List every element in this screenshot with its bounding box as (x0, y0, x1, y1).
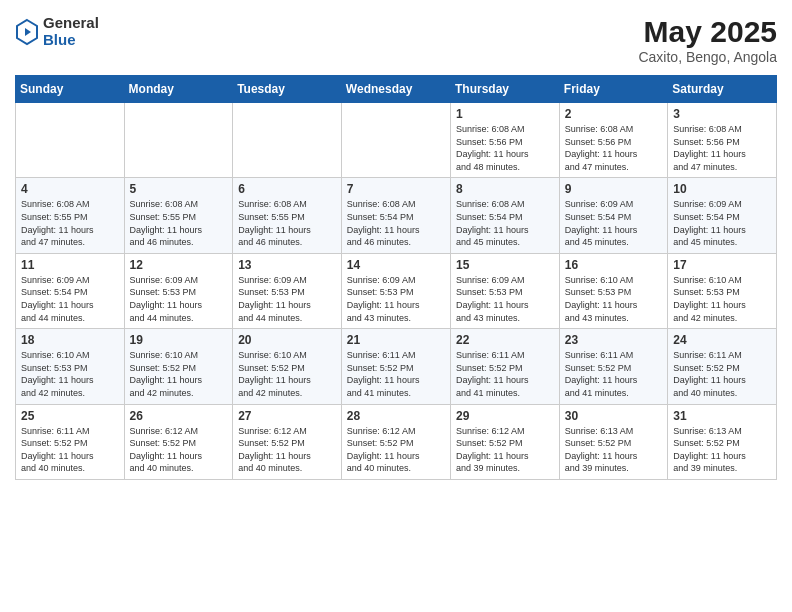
day-info: Sunrise: 6:12 AM Sunset: 5:52 PM Dayligh… (456, 425, 554, 475)
day-number: 3 (673, 107, 771, 121)
day-number: 28 (347, 409, 445, 423)
week-row-3: 11Sunrise: 6:09 AM Sunset: 5:54 PM Dayli… (16, 253, 777, 328)
header-sunday: Sunday (16, 76, 125, 103)
calendar-cell: 12Sunrise: 6:09 AM Sunset: 5:53 PM Dayli… (124, 253, 233, 328)
day-number: 20 (238, 333, 336, 347)
day-number: 1 (456, 107, 554, 121)
calendar-cell: 9Sunrise: 6:09 AM Sunset: 5:54 PM Daylig… (559, 178, 667, 253)
day-info: Sunrise: 6:11 AM Sunset: 5:52 PM Dayligh… (673, 349, 771, 399)
calendar-cell: 31Sunrise: 6:13 AM Sunset: 5:52 PM Dayli… (668, 404, 777, 479)
calendar-cell: 21Sunrise: 6:11 AM Sunset: 5:52 PM Dayli… (341, 329, 450, 404)
calendar-cell: 5Sunrise: 6:08 AM Sunset: 5:55 PM Daylig… (124, 178, 233, 253)
calendar-cell: 23Sunrise: 6:11 AM Sunset: 5:52 PM Dayli… (559, 329, 667, 404)
day-info: Sunrise: 6:11 AM Sunset: 5:52 PM Dayligh… (565, 349, 662, 399)
day-info: Sunrise: 6:11 AM Sunset: 5:52 PM Dayligh… (347, 349, 445, 399)
day-info: Sunrise: 6:11 AM Sunset: 5:52 PM Dayligh… (21, 425, 119, 475)
day-number: 13 (238, 258, 336, 272)
calendar-cell: 11Sunrise: 6:09 AM Sunset: 5:54 PM Dayli… (16, 253, 125, 328)
header-tuesday: Tuesday (233, 76, 342, 103)
calendar-cell: 4Sunrise: 6:08 AM Sunset: 5:55 PM Daylig… (16, 178, 125, 253)
day-number: 9 (565, 182, 662, 196)
day-info: Sunrise: 6:12 AM Sunset: 5:52 PM Dayligh… (347, 425, 445, 475)
day-number: 24 (673, 333, 771, 347)
day-info: Sunrise: 6:08 AM Sunset: 5:56 PM Dayligh… (565, 123, 662, 173)
day-info: Sunrise: 6:09 AM Sunset: 5:53 PM Dayligh… (347, 274, 445, 324)
day-number: 27 (238, 409, 336, 423)
day-number: 4 (21, 182, 119, 196)
logo: General Blue (15, 15, 99, 48)
day-number: 17 (673, 258, 771, 272)
day-info: Sunrise: 6:10 AM Sunset: 5:52 PM Dayligh… (130, 349, 228, 399)
day-number: 25 (21, 409, 119, 423)
day-number: 23 (565, 333, 662, 347)
day-info: Sunrise: 6:08 AM Sunset: 5:54 PM Dayligh… (456, 198, 554, 248)
calendar-cell: 30Sunrise: 6:13 AM Sunset: 5:52 PM Dayli… (559, 404, 667, 479)
calendar-cell: 15Sunrise: 6:09 AM Sunset: 5:53 PM Dayli… (450, 253, 559, 328)
day-info: Sunrise: 6:08 AM Sunset: 5:55 PM Dayligh… (21, 198, 119, 248)
page-header: General Blue May 2025 Caxito, Bengo, Ang… (15, 15, 777, 65)
weekday-header-row: Sunday Monday Tuesday Wednesday Thursday… (16, 76, 777, 103)
day-number: 10 (673, 182, 771, 196)
week-row-4: 18Sunrise: 6:10 AM Sunset: 5:53 PM Dayli… (16, 329, 777, 404)
header-friday: Friday (559, 76, 667, 103)
day-number: 21 (347, 333, 445, 347)
calendar-cell: 28Sunrise: 6:12 AM Sunset: 5:52 PM Dayli… (341, 404, 450, 479)
calendar-cell: 6Sunrise: 6:08 AM Sunset: 5:55 PM Daylig… (233, 178, 342, 253)
day-number: 11 (21, 258, 119, 272)
calendar-cell: 3Sunrise: 6:08 AM Sunset: 5:56 PM Daylig… (668, 103, 777, 178)
day-number: 30 (565, 409, 662, 423)
calendar-cell: 22Sunrise: 6:11 AM Sunset: 5:52 PM Dayli… (450, 329, 559, 404)
day-number: 15 (456, 258, 554, 272)
calendar-cell (124, 103, 233, 178)
calendar-cell (16, 103, 125, 178)
calendar-cell: 18Sunrise: 6:10 AM Sunset: 5:53 PM Dayli… (16, 329, 125, 404)
calendar-cell: 14Sunrise: 6:09 AM Sunset: 5:53 PM Dayli… (341, 253, 450, 328)
logo-blue-label: Blue (43, 32, 99, 49)
day-info: Sunrise: 6:09 AM Sunset: 5:53 PM Dayligh… (130, 274, 228, 324)
calendar-cell: 27Sunrise: 6:12 AM Sunset: 5:52 PM Dayli… (233, 404, 342, 479)
calendar-cell: 2Sunrise: 6:08 AM Sunset: 5:56 PM Daylig… (559, 103, 667, 178)
day-number: 19 (130, 333, 228, 347)
day-info: Sunrise: 6:13 AM Sunset: 5:52 PM Dayligh… (673, 425, 771, 475)
day-info: Sunrise: 6:10 AM Sunset: 5:53 PM Dayligh… (673, 274, 771, 324)
day-info: Sunrise: 6:08 AM Sunset: 5:56 PM Dayligh… (456, 123, 554, 173)
day-info: Sunrise: 6:10 AM Sunset: 5:53 PM Dayligh… (21, 349, 119, 399)
calendar-cell: 26Sunrise: 6:12 AM Sunset: 5:52 PM Dayli… (124, 404, 233, 479)
day-number: 5 (130, 182, 228, 196)
logo-general-label: General (43, 15, 99, 32)
day-info: Sunrise: 6:12 AM Sunset: 5:52 PM Dayligh… (130, 425, 228, 475)
day-info: Sunrise: 6:09 AM Sunset: 5:54 PM Dayligh… (21, 274, 119, 324)
calendar-table: Sunday Monday Tuesday Wednesday Thursday… (15, 75, 777, 480)
day-info: Sunrise: 6:08 AM Sunset: 5:56 PM Dayligh… (673, 123, 771, 173)
day-info: Sunrise: 6:09 AM Sunset: 5:54 PM Dayligh… (673, 198, 771, 248)
calendar-cell: 19Sunrise: 6:10 AM Sunset: 5:52 PM Dayli… (124, 329, 233, 404)
calendar-cell: 8Sunrise: 6:08 AM Sunset: 5:54 PM Daylig… (450, 178, 559, 253)
header-wednesday: Wednesday (341, 76, 450, 103)
location-label: Caxito, Bengo, Angola (638, 49, 777, 65)
day-number: 12 (130, 258, 228, 272)
day-number: 7 (347, 182, 445, 196)
calendar-cell: 10Sunrise: 6:09 AM Sunset: 5:54 PM Dayli… (668, 178, 777, 253)
logo-icon (15, 18, 39, 46)
calendar-cell: 20Sunrise: 6:10 AM Sunset: 5:52 PM Dayli… (233, 329, 342, 404)
calendar-cell: 24Sunrise: 6:11 AM Sunset: 5:52 PM Dayli… (668, 329, 777, 404)
header-monday: Monday (124, 76, 233, 103)
day-info: Sunrise: 6:10 AM Sunset: 5:52 PM Dayligh… (238, 349, 336, 399)
day-number: 31 (673, 409, 771, 423)
day-number: 29 (456, 409, 554, 423)
calendar-cell: 17Sunrise: 6:10 AM Sunset: 5:53 PM Dayli… (668, 253, 777, 328)
header-thursday: Thursday (450, 76, 559, 103)
calendar-cell: 13Sunrise: 6:09 AM Sunset: 5:53 PM Dayli… (233, 253, 342, 328)
day-number: 18 (21, 333, 119, 347)
day-info: Sunrise: 6:08 AM Sunset: 5:55 PM Dayligh… (130, 198, 228, 248)
day-info: Sunrise: 6:08 AM Sunset: 5:54 PM Dayligh… (347, 198, 445, 248)
week-row-5: 25Sunrise: 6:11 AM Sunset: 5:52 PM Dayli… (16, 404, 777, 479)
day-info: Sunrise: 6:12 AM Sunset: 5:52 PM Dayligh… (238, 425, 336, 475)
day-number: 14 (347, 258, 445, 272)
day-number: 26 (130, 409, 228, 423)
day-info: Sunrise: 6:09 AM Sunset: 5:53 PM Dayligh… (456, 274, 554, 324)
day-info: Sunrise: 6:11 AM Sunset: 5:52 PM Dayligh… (456, 349, 554, 399)
header-saturday: Saturday (668, 76, 777, 103)
logo-text: General Blue (43, 15, 99, 48)
calendar-cell: 25Sunrise: 6:11 AM Sunset: 5:52 PM Dayli… (16, 404, 125, 479)
